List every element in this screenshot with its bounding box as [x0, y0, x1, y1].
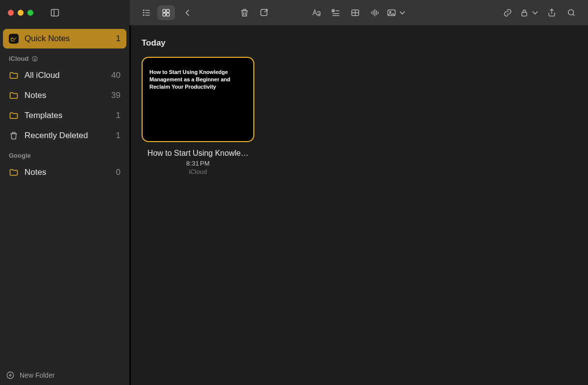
- chevron-down-icon: [530, 8, 540, 18]
- sidebar-item-google-notes[interactable]: Notes 0: [3, 163, 126, 182]
- list-view-button[interactable]: [138, 5, 155, 20]
- folder-icon: [9, 91, 19, 100]
- media-button[interactable]: [386, 5, 408, 20]
- minimize-window-button[interactable]: [18, 10, 24, 16]
- svg-rect-10: [163, 13, 166, 16]
- trash-icon: [9, 131, 19, 141]
- sidebar-item-count: 0: [116, 168, 121, 177]
- content-area: Today How to Start Using Knowledge Manag…: [130, 25, 588, 385]
- sidebar-item-count: 39: [111, 91, 121, 100]
- sidebar-item-count: 1: [116, 34, 121, 44]
- checklist-icon: [331, 8, 341, 18]
- svg-rect-30: [522, 12, 527, 16]
- folder-icon: [9, 71, 19, 80]
- main: Quick Notes 1 iCloud All iCloud 40 Notes…: [0, 25, 588, 385]
- svg-line-32: [573, 14, 574, 16]
- checklist-button[interactable]: [327, 5, 344, 20]
- sidebar-item-label: Notes: [24, 168, 46, 177]
- text-format-icon: [311, 8, 321, 18]
- svg-rect-8: [163, 9, 166, 12]
- sidebar: Quick Notes 1 iCloud All iCloud 40 Notes…: [0, 25, 130, 385]
- new-note-button[interactable]: [255, 5, 273, 20]
- sidebar-item-label: Recently Deleted: [24, 131, 88, 141]
- grid-icon: [161, 8, 171, 18]
- gallery-view-button[interactable]: [157, 5, 175, 20]
- chevron-down-icon: [397, 8, 407, 18]
- sidebar-section-google[interactable]: Google: [3, 146, 126, 162]
- share-icon: [547, 8, 557, 18]
- section-label: Google: [9, 152, 31, 159]
- svg-point-6: [143, 15, 144, 16]
- note-preview-text: How to Start Using Knowledge Management …: [149, 69, 246, 91]
- note-title: How to Start Using Knowle…: [142, 149, 254, 158]
- folder-icon: [9, 111, 19, 120]
- link-icon: [503, 8, 513, 18]
- table-icon: [350, 8, 360, 18]
- sidebar-item-count: 1: [116, 131, 121, 141]
- list-icon: [142, 8, 151, 18]
- sidebar-item-templates[interactable]: Templates 1: [3, 106, 126, 125]
- note-card[interactable]: How to Start Using Knowledge Management …: [142, 57, 576, 175]
- folder-list: Quick Notes 1 iCloud All iCloud 40 Notes…: [0, 28, 129, 365]
- sync-status-icon: [31, 55, 38, 62]
- svg-rect-0: [51, 9, 59, 16]
- sidebar-section-icloud[interactable]: iCloud: [3, 49, 126, 65]
- audio-button[interactable]: [366, 5, 384, 20]
- quick-note-icon: [9, 34, 19, 44]
- search-icon: [566, 8, 576, 18]
- note-card-preview: How to Start Using Knowledge Management …: [142, 57, 254, 142]
- svg-rect-9: [167, 9, 170, 12]
- share-button[interactable]: [543, 5, 561, 20]
- sidebar-item-label: Quick Notes: [24, 34, 70, 44]
- fullscreen-window-button[interactable]: [27, 10, 33, 16]
- search-button[interactable]: [563, 5, 580, 20]
- lock-icon: [519, 8, 529, 18]
- photo-icon: [387, 8, 396, 18]
- sidebar-item-label: Notes: [24, 91, 46, 100]
- sidebar-item-notes[interactable]: Notes 39: [3, 86, 126, 105]
- note-source: iCloud: [142, 168, 254, 175]
- sidebar-icon: [50, 8, 60, 18]
- plus-circle-icon: [6, 371, 15, 380]
- back-button[interactable]: [179, 5, 196, 20]
- lock-button[interactable]: [518, 5, 541, 20]
- svg-rect-11: [167, 13, 170, 16]
- group-header: Today: [142, 38, 576, 48]
- content-divider: [130, 25, 131, 385]
- sidebar-item-recently-deleted[interactable]: Recently Deleted 1: [3, 126, 126, 145]
- new-folder-label: New Folder: [20, 371, 55, 379]
- svg-point-31: [568, 9, 574, 15]
- window-controls: [8, 10, 33, 16]
- svg-point-4: [143, 12, 144, 13]
- toggle-sidebar-button[interactable]: [46, 5, 64, 20]
- waveform-icon: [370, 8, 380, 18]
- sidebar-item-label: All iCloud: [24, 71, 60, 80]
- svg-point-2: [143, 10, 144, 11]
- toolbar-right: [130, 0, 588, 25]
- compose-icon: [259, 8, 269, 18]
- sidebar-item-count: 40: [111, 71, 121, 80]
- text-style-button[interactable]: [307, 5, 325, 20]
- sidebar-item-quick-notes[interactable]: Quick Notes 1: [3, 29, 126, 48]
- note-time: 8:31 PM: [142, 160, 254, 167]
- delete-note-button[interactable]: [236, 5, 253, 20]
- sidebar-item-all-icloud[interactable]: All iCloud 40: [3, 66, 126, 85]
- sidebar-item-label: Templates: [24, 111, 62, 120]
- sidebar-item-count: 1: [116, 111, 121, 120]
- new-folder-button[interactable]: New Folder: [0, 365, 129, 385]
- link-button[interactable]: [499, 5, 516, 20]
- svg-point-29: [390, 11, 391, 13]
- toolbar-left: [0, 0, 130, 25]
- note-card-meta: How to Start Using Knowle… 8:31 PM iClou…: [142, 149, 254, 175]
- section-label: iCloud: [9, 55, 28, 62]
- folder-icon: [9, 168, 19, 177]
- table-button[interactable]: [346, 5, 364, 20]
- close-window-button[interactable]: [8, 10, 14, 16]
- chevron-left-icon: [183, 8, 193, 18]
- trash-icon: [240, 8, 249, 18]
- toolbar: [0, 0, 588, 25]
